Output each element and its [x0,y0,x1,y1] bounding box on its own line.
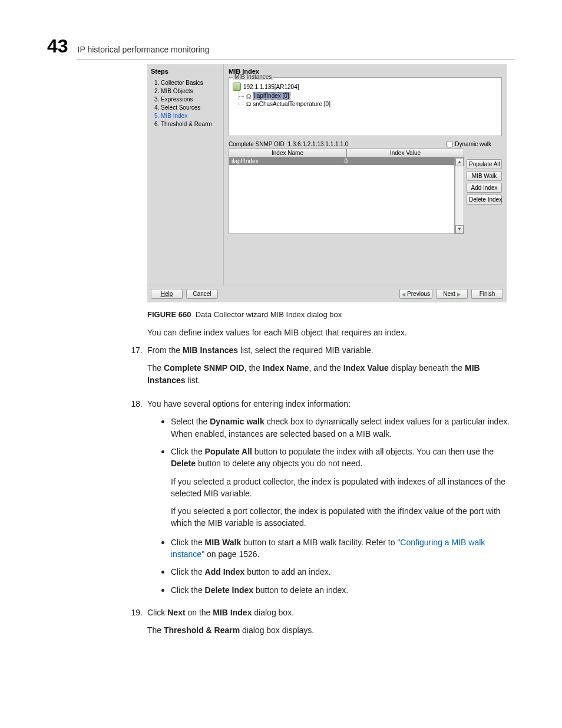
steps-title: Steps [151,68,219,77]
dialog-mib-index: Steps 1. Collector Basics 2. MIB Objects… [147,64,507,302]
cancel-button[interactable]: Cancel [186,289,218,299]
steps-pane: Steps 1. Collector Basics 2. MIB Objects… [147,64,224,285]
step-2[interactable]: 2. MIB Objects [154,88,219,94]
mib-instances-legend: MIB Instances [233,74,273,80]
mib-walk-button[interactable]: MIB Walk [467,171,502,181]
col-index-value[interactable]: Index Value [346,149,464,157]
delete-index-button[interactable]: Delete Index [467,195,502,205]
mib-tree: 192.1.1.135[AR1204] Ω ilapIfIndex [0] Ω … [229,78,501,110]
omega-icon: Ω [246,100,251,107]
dynamic-walk-label: Dynamic walk [455,141,491,147]
oid-text: Complete SNMP OID 1.3.6.1.2.1.13.1.1.1.1… [229,141,348,147]
tree-leaf-2-label: snChasActualTemperature [0] [253,101,330,107]
tree-root[interactable]: 192.1.1.135[AR1204] [233,83,498,91]
omega-icon: Ω [246,93,251,100]
step-6[interactable]: 6. Threshold & Rearm [154,121,219,127]
tree-root-label: 192.1.1.135[AR1204] [243,84,299,90]
step-1[interactable]: 1. Collector Basics [154,80,219,86]
scroll-down-icon[interactable]: ▼ [455,225,464,233]
index-row-value: 0 [342,157,455,165]
step-5[interactable]: 5. MIB Index [154,113,219,119]
tree-leaf-1-label: ilapIfIndex [0] [253,92,290,100]
chapter-title: IP historical performance monitoring [78,45,210,54]
steps-list: 1. Collector Basics 2. MIB Objects 3. Ex… [151,80,219,127]
step-4[interactable]: 4. Select Sources [154,104,219,111]
help-button[interactable]: Help [151,289,183,299]
dynamic-walk-input[interactable] [447,141,453,147]
page-header: 43 IP historical performance monitoring [47,35,515,57]
dialog-bottom-bar: Help Cancel Previous Next Finish [147,285,507,302]
bullet-add-index: Click the Add Index button to add an ind… [171,565,513,578]
body-text: FIGURE 660 Data Collector wizard MIB Ind… [147,309,513,642]
index-table: Index Name Index Value ilapIfIndex 0 [229,149,464,234]
bullet-mib-walk: Click the MIB Walk button to start a MIB… [171,535,513,561]
bullet-delete-index: Click the Delete Index button to delete … [171,583,513,596]
previous-button[interactable]: Previous [399,289,432,299]
mib-instances-box: MIB Instances 192.1.1.135[AR1204] Ω ilap… [229,77,502,136]
step-3[interactable]: 3. Expressions [154,96,219,103]
index-row[interactable]: ilapIfIndex 0 [229,157,454,165]
bullet-dynamic-walk: Select the Dynamic walk check box to dyn… [171,414,513,440]
intro-paragraph: You can define index values for each MIB… [147,327,513,338]
finish-button[interactable]: Finish [471,289,503,299]
step-17: 17. From the MIB Instances list, select … [124,344,513,392]
next-button[interactable]: Next [436,289,468,299]
index-row-name: ilapIfIndex [229,157,342,165]
scroll-up-icon[interactable]: ▲ [455,158,464,166]
device-icon [233,83,241,91]
dynamic-walk-checkbox[interactable]: Dynamic walk [447,141,491,147]
populate-all-button[interactable]: Populate All [467,159,502,169]
scrollbar[interactable]: ▲ ▼ [455,157,464,234]
bullet-populate-all: Click the Populate All button to populat… [171,444,513,529]
header-rule [77,60,515,60]
add-index-button[interactable]: Add Index [467,183,502,193]
chapter-number: 43 [47,35,68,57]
figure-caption: FIGURE 660 Data Collector wizard MIB Ind… [147,309,513,321]
main-pane: MIB Index MIB Instances 192.1.1.135[AR12… [224,64,507,285]
tree-leaf-1[interactable]: Ω ilapIfIndex [0] [239,92,498,100]
tree-leaf-2[interactable]: Ω snChasActualTemperature [0] [239,100,498,107]
step-19: 19. Click Next on the MIB Index dialog b… [124,607,513,643]
step-18: 18. You have several options for enterin… [124,398,513,601]
col-index-name[interactable]: Index Name [229,149,346,157]
